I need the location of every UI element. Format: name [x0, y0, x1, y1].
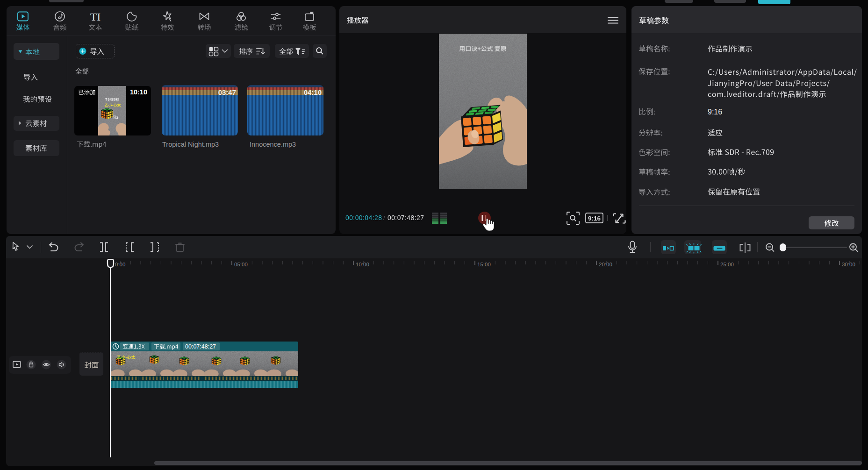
- svg-text:0:00: 0:00: [115, 262, 125, 267]
- svg-text:25:00: 25:00: [720, 262, 734, 267]
- svg-text:9:16: 9:16: [708, 108, 722, 116]
- svg-text:03:47: 03:47: [218, 88, 236, 96]
- svg-text:9:16: 9:16: [588, 215, 601, 222]
- svg-text:Innocence.mp3: Innocence.mp3: [250, 141, 296, 148]
- svg-text:05:00: 05:00: [234, 262, 248, 267]
- svg-text:20:00: 20:00: [599, 262, 612, 267]
- svg-text:10:00: 10:00: [356, 262, 369, 267]
- svg-text:/: /: [383, 214, 385, 221]
- svg-text:15:00: 15:00: [477, 262, 491, 267]
- svg-text:10:10: 10:10: [130, 88, 147, 96]
- svg-text:TI: TI: [90, 11, 101, 23]
- svg-text:30:00: 30:00: [842, 262, 855, 267]
- svg-text:00:07:48:27: 00:07:48:27: [387, 214, 424, 221]
- svg-text:04:10: 04:10: [304, 88, 322, 96]
- svg-text:Tropical Night.mp3: Tropical Night.mp3: [162, 141, 219, 148]
- svg-text:00:00:04:28: 00:00:04:28: [345, 214, 382, 221]
- svg-text:00:07:48:27: 00:07:48:27: [185, 343, 216, 350]
